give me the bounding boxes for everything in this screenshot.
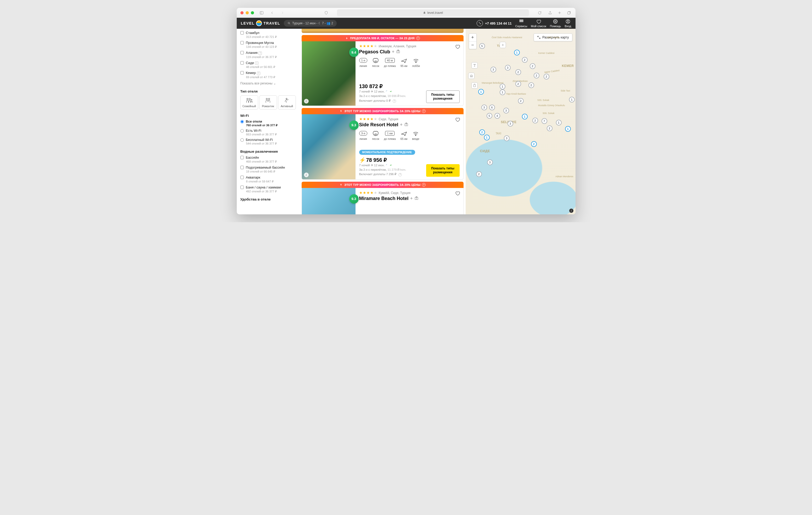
- shield-icon[interactable]: [323, 10, 329, 16]
- photo-info-icon[interactable]: i: [304, 99, 309, 103]
- map-marker[interactable]: 2: [531, 141, 537, 147]
- region-checkbox[interactable]: [240, 31, 244, 34]
- nav-login[interactable]: Вход: [565, 19, 571, 28]
- photo-info-icon[interactable]: i: [304, 173, 309, 177]
- map-marker[interactable]: 2: [544, 74, 549, 80]
- search-summary[interactable]: Турция - 12 июн - ☾ 7 - 👥 2: [284, 20, 337, 27]
- hotel-photo[interactable]: 9.4 i: [302, 41, 355, 105]
- map-marker[interactable]: 4: [494, 113, 500, 119]
- map-marker[interactable]: 1: [565, 126, 571, 132]
- map-marker[interactable]: 2: [530, 63, 535, 69]
- sidebar-toggle-icon[interactable]: [259, 10, 264, 16]
- close-window[interactable]: [240, 11, 243, 14]
- favorite-button[interactable]: [455, 44, 460, 50]
- map-marker[interactable]: 2: [518, 98, 524, 104]
- poi-glass-icon[interactable]: [471, 62, 478, 68]
- water-heading: Водные развлечения: [240, 150, 296, 153]
- map-marker[interactable]: 3: [491, 67, 496, 72]
- map-marker[interactable]: 3: [505, 65, 511, 70]
- hotel-type-family[interactable]: Семейный: [240, 95, 258, 110]
- forward-icon[interactable]: [280, 10, 285, 16]
- nav-help[interactable]: Помощь: [550, 19, 561, 28]
- minimize-window[interactable]: [245, 11, 249, 14]
- back-icon[interactable]: [269, 10, 275, 16]
- water-item[interactable]: Бассейн: [240, 156, 296, 159]
- region-item[interactable]: Стамбул: [240, 31, 296, 35]
- map-marker[interactable]: 1: [500, 84, 505, 89]
- map-marker[interactable]: 1: [500, 89, 505, 95]
- wifi-heading: Wi-Fi: [240, 114, 296, 118]
- show-rooms-button[interactable]: Показать типы размещения: [426, 164, 460, 177]
- map-marker[interactable]: 3: [481, 104, 487, 110]
- hotel-type-active[interactable]: Активный: [278, 95, 296, 110]
- new-tab-icon[interactable]: [557, 10, 562, 16]
- map-marker[interactable]: 5: [479, 43, 485, 49]
- hotel-name[interactable]: Side Resort Hotel+: [359, 122, 460, 128]
- region-checkbox[interactable]: [240, 71, 244, 74]
- region-item[interactable]: Провинция Мугла: [240, 41, 296, 45]
- map-marker[interactable]: 2: [479, 129, 485, 135]
- address-bar[interactable]: level.travel: [337, 9, 529, 16]
- maximize-window[interactable]: [251, 11, 254, 14]
- poi-shop-icon[interactable]: [471, 82, 478, 89]
- nav-mylist[interactable]: Мой список: [531, 19, 546, 28]
- phone-number[interactable]: +7 495 134 44 11: [476, 20, 512, 26]
- show-rooms-button[interactable]: Показать типы размещения: [426, 90, 460, 103]
- map-marker[interactable]: 2: [534, 73, 540, 79]
- logo[interactable]: LEVEL TRAVEL: [241, 20, 281, 26]
- map-marker[interactable]: 7: [542, 118, 547, 124]
- region-item[interactable]: Сиде?: [240, 61, 296, 65]
- map-marker[interactable]: 1: [484, 134, 490, 141]
- zoom-in[interactable]: +: [469, 34, 476, 41]
- favorite-button[interactable]: [455, 190, 460, 197]
- hotel-name[interactable]: Pegasos Club+: [359, 49, 460, 55]
- hotel-type-romantic[interactable]: Романтик: [259, 95, 277, 110]
- region-checkbox[interactable]: [240, 41, 244, 44]
- map-marker[interactable]: 1: [478, 89, 484, 95]
- wifi-option[interactable]: Бесплатный Wi-Fi: [240, 138, 296, 142]
- map-marker[interactable]: 2: [515, 81, 521, 87]
- svg-point-14: [249, 98, 250, 100]
- wifi-option[interactable]: Есть Wi-Fi: [240, 129, 296, 132]
- svg-rect-7: [521, 21, 522, 22]
- map-marker[interactable]: 1: [522, 114, 528, 119]
- region-checkbox[interactable]: [240, 61, 244, 65]
- hotel-photo[interactable]: 9.3 i: [302, 114, 355, 179]
- region-item[interactable]: Кемер?: [240, 71, 296, 75]
- hotel-photo[interactable]: 9.3: [302, 188, 355, 215]
- share-icon[interactable]: [547, 10, 553, 16]
- map-marker[interactable]: 2: [515, 69, 521, 75]
- region-checkbox[interactable]: [240, 51, 244, 54]
- hotel-name[interactable]: Miramare Beach Hotel+: [359, 196, 460, 201]
- nav-services[interactable]: Сервисы: [515, 19, 527, 28]
- map-marker[interactable]: 6: [489, 104, 495, 110]
- map-marker[interactable]: 2: [476, 171, 482, 177]
- map-marker[interactable]: 2: [532, 118, 538, 123]
- poi-plus-icon[interactable]: [500, 42, 506, 48]
- region-item[interactable]: Алания?: [240, 51, 296, 55]
- map-marker[interactable]: 3: [503, 108, 509, 114]
- map-marker[interactable]: 5: [487, 113, 492, 119]
- map-marker[interactable]: 1: [556, 120, 562, 125]
- map-marker[interactable]: 2: [528, 82, 534, 88]
- map-marker[interactable]: 3: [487, 159, 493, 165]
- zoom-out[interactable]: −: [469, 41, 476, 49]
- map-info-icon[interactable]: i: [569, 209, 573, 213]
- water-item[interactable]: Подогреваемый бассейн: [240, 165, 296, 170]
- reload-icon[interactable]: [537, 10, 543, 16]
- poi-museum-icon[interactable]: [468, 73, 474, 79]
- wifi-option[interactable]: Все отели: [240, 120, 296, 123]
- favorite-button[interactable]: [455, 117, 460, 123]
- map-panel[interactable]: + − Развернуть карту YALI KEMER SELIMIYE…: [466, 29, 576, 214]
- water-item[interactable]: Баня / сауна / хаммам: [240, 185, 296, 189]
- map-marker[interactable]: 2: [547, 125, 552, 131]
- map-marker[interactable]: 1: [569, 97, 575, 102]
- map-marker[interactable]: 3: [508, 121, 513, 126]
- tabs-icon[interactable]: [566, 10, 572, 16]
- map-marker[interactable]: 1: [514, 50, 520, 55]
- water-item[interactable]: Аквапарк: [240, 175, 296, 179]
- map-marker[interactable]: 3: [504, 135, 510, 141]
- map-marker[interactable]: 2: [522, 57, 528, 63]
- show-all-regions[interactable]: Показать все регионы: [240, 82, 296, 85]
- svg-point-12: [568, 20, 569, 22]
